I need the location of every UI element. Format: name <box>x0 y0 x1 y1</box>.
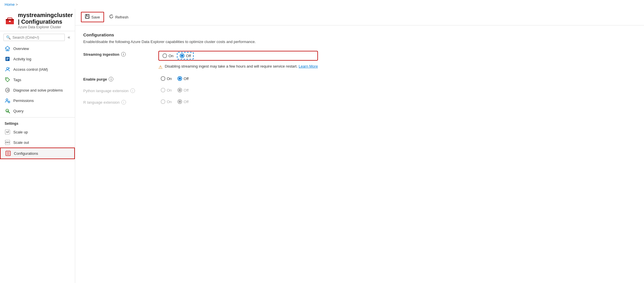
sidebar-item-activity-log[interactable]: Activity log <box>0 54 75 64</box>
streaming-ingestion-on-radio <box>162 53 167 58</box>
sidebar-nav: Overview Activity log Access control (IA… <box>0 43 75 159</box>
r-extension-on-radio <box>161 99 165 104</box>
overview-icon <box>5 46 10 51</box>
sidebar-item-tags[interactable]: Tags <box>0 75 75 85</box>
scale-up-icon <box>5 129 10 135</box>
sidebar-item-iam-label: Access control (IAM) <box>13 67 48 72</box>
python-extension-label: Python language extension i <box>83 87 158 93</box>
enable-purge-label: Enable purge i <box>83 76 158 81</box>
enable-purge-on-label: On <box>167 77 172 81</box>
streaming-ingestion-off[interactable]: Off <box>177 52 194 59</box>
streaming-ingestion-radio-group: On Off <box>158 51 318 61</box>
sidebar-item-query[interactable]: Q Query <box>0 106 75 116</box>
sidebar-item-overview[interactable]: Overview <box>0 43 75 54</box>
config-row-enable-purge: Enable purge i On Off <box>83 76 636 81</box>
sidebar-item-activity-log-label: Activity log <box>13 57 31 61</box>
page-title-block: mystreamingcluster | Configurations Azur… <box>18 12 73 29</box>
refresh-label: Refresh <box>115 15 129 19</box>
page-header: mystreamingcluster | Configurations Azur… <box>0 9 75 31</box>
page-title: mystreamingcluster | Configurations <box>18 12 73 25</box>
iam-icon <box>5 66 10 72</box>
streaming-ingestion-options: On Off ⚠ Disabling stre <box>158 51 318 70</box>
content-area: Save Refresh Configurations Enable/disab… <box>75 9 644 283</box>
svg-marker-37 <box>112 14 113 16</box>
streaming-ingestion-info-icon[interactable]: i <box>121 52 126 57</box>
sidebar-item-query-label: Query <box>13 109 23 113</box>
search-icon: 🔍 <box>6 35 11 40</box>
python-extension-on-radio <box>161 88 165 92</box>
learn-more-link[interactable]: Learn More <box>299 64 318 68</box>
configurations-description: Enable/disable the following Azure Data … <box>83 40 636 44</box>
sidebar-item-permissions-label: Permissions <box>13 98 34 103</box>
enable-purge-off-radio <box>177 76 182 81</box>
python-extension-on: On <box>158 87 174 93</box>
svg-rect-28 <box>8 142 9 143</box>
svg-point-12 <box>6 79 7 79</box>
r-extension-on-label: On <box>167 100 172 104</box>
r-extension-off-label: Off <box>184 100 188 104</box>
python-extension-on-label: On <box>167 88 172 92</box>
sidebar-item-scale-up-label: Scale up <box>13 130 28 134</box>
python-extension-info-icon[interactable]: i <box>130 88 135 93</box>
configurations-heading: Configurations <box>83 32 636 37</box>
config-row-r-extension: R language extension i On Off <box>83 99 636 105</box>
r-extension-radio-group: On Off <box>158 99 191 105</box>
sidebar-item-diagnose[interactable]: Diagnose and solve problems <box>0 85 75 95</box>
streaming-ingestion-on[interactable]: On <box>160 53 176 59</box>
r-extension-off: Off <box>175 99 191 105</box>
toolbar: Save Refresh <box>75 9 644 25</box>
tags-icon <box>5 77 10 83</box>
sidebar-item-scale-out-label: Scale out <box>13 140 29 145</box>
streaming-ingestion-off-label: Off <box>186 54 191 58</box>
enable-purge-off-label: Off <box>184 77 188 81</box>
svg-rect-3 <box>6 19 14 20</box>
r-extension-off-radio <box>177 99 182 104</box>
sidebar-item-iam[interactable]: Access control (IAM) <box>0 64 75 75</box>
r-extension-label: R language extension i <box>83 99 158 105</box>
config-row-streaming-ingestion: Streaming ingestion i On <box>83 51 636 70</box>
warning-icon: ⚠ <box>158 64 162 70</box>
svg-rect-27 <box>6 142 7 143</box>
sidebar-item-scale-out[interactable]: Scale out <box>0 137 75 148</box>
cluster-icon <box>5 15 15 26</box>
streaming-ingestion-off-radio <box>180 53 184 58</box>
streaming-ingestion-on-label: On <box>169 54 173 58</box>
configurations-icon <box>5 150 11 156</box>
activity-log-icon <box>5 56 10 62</box>
r-extension-on: On <box>158 99 174 105</box>
python-extension-radio-group: On Off <box>158 87 191 93</box>
r-extension-info-icon[interactable]: i <box>121 100 126 105</box>
search-input[interactable] <box>12 35 62 40</box>
python-extension-off: Off <box>175 87 191 93</box>
svg-line-20 <box>8 112 10 113</box>
permissions-icon <box>5 98 10 103</box>
svg-marker-5 <box>5 46 10 51</box>
enable-purge-on[interactable]: On <box>158 76 174 81</box>
svg-point-15 <box>6 99 8 100</box>
enable-purge-on-radio <box>161 76 165 81</box>
warning-text: Disabling streaming ingest may take a fe… <box>165 64 318 68</box>
svg-rect-4 <box>9 21 11 22</box>
configurations-panel: Configurations Enable/disable the follow… <box>75 25 644 117</box>
sidebar-item-permissions[interactable]: Permissions <box>0 95 75 106</box>
collapse-sidebar-button[interactable]: « <box>66 33 71 41</box>
svg-text:Q: Q <box>7 110 8 112</box>
breadcrumb: Home > <box>0 0 644 9</box>
svg-rect-36 <box>86 15 87 16</box>
diagnose-icon <box>5 87 10 93</box>
enable-purge-off[interactable]: Off <box>175 76 191 81</box>
save-button[interactable]: Save <box>81 12 104 22</box>
search-container: 🔍 « <box>0 31 75 43</box>
refresh-button[interactable]: Refresh <box>105 12 132 22</box>
breadcrumb-home[interactable]: Home <box>5 2 15 7</box>
enable-purge-radio-group: On Off <box>158 76 191 81</box>
sidebar-item-scale-up[interactable]: Scale up <box>0 127 75 137</box>
save-icon <box>85 14 90 20</box>
svg-point-18 <box>9 102 9 102</box>
query-icon: Q <box>5 108 10 114</box>
page-subtitle: Azure Data Explorer Cluster <box>18 25 73 29</box>
sidebar-item-configurations-label: Configurations <box>14 151 38 156</box>
sidebar-item-configurations[interactable]: Configurations <box>0 148 75 159</box>
enable-purge-info-icon[interactable]: i <box>109 77 113 81</box>
sidebar: mystreamingcluster | Configurations Azur… <box>0 9 75 283</box>
